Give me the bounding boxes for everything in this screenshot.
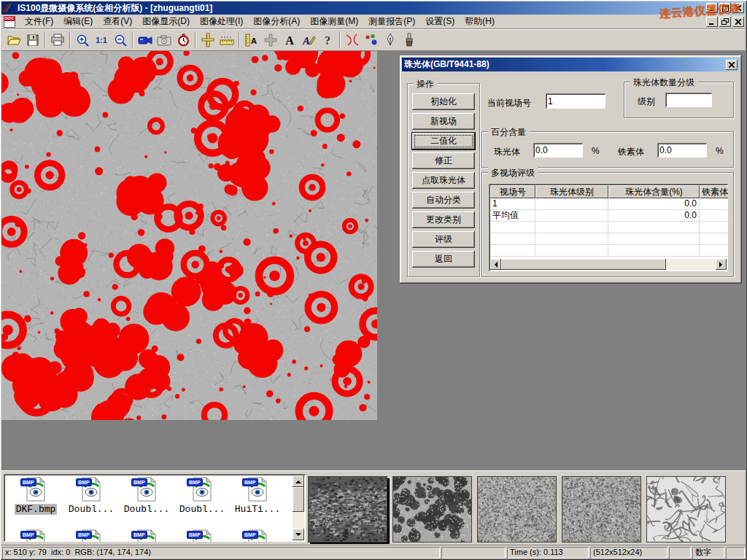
menu-edit[interactable]: 编辑(E)	[58, 14, 98, 29]
child-restore-button[interactable]	[719, 17, 731, 27]
percentage-group-title: 百分含量	[488, 126, 529, 139]
dialog-close-button[interactable]	[726, 60, 738, 70]
menu-view[interactable]: 查看(V)	[98, 14, 137, 29]
return-button[interactable]: 返回	[412, 251, 475, 268]
zoom-in-button[interactable]	[73, 31, 92, 50]
open-button[interactable]	[4, 31, 23, 50]
thumbnail-1[interactable]	[308, 476, 387, 542]
scroll-right-button[interactable]	[716, 259, 727, 270]
svg-text:A: A	[285, 34, 294, 47]
cell-pearlite-level	[535, 210, 608, 222]
metallograph-image[interactable]	[1, 51, 377, 420]
menu-settings[interactable]: 设置(S)	[420, 14, 460, 29]
dialog-title-bar[interactable]: 珠光体(GB/T9441-88)	[402, 58, 740, 71]
scroll-left-button[interactable]	[490, 259, 501, 270]
menu-image-analysis[interactable]: 图像分析(A)	[248, 14, 305, 29]
scroll-up-button[interactable]	[293, 475, 304, 487]
help-icon: ?	[322, 34, 333, 47]
col-pearlite-level[interactable]: 珠光体级别	[535, 185, 608, 198]
col-ferrite-content[interactable]: 铁素体含量(%)	[700, 185, 728, 198]
correct-button[interactable]: 修正	[412, 152, 475, 169]
table-row[interactable]	[490, 233, 728, 245]
file-item[interactable]: BMP HuiTi...	[231, 477, 284, 515]
menu-image-process[interactable]: 图像处理(I)	[195, 14, 248, 29]
photo-capture-button[interactable]	[155, 31, 174, 50]
annotate-button[interactable]: A	[299, 31, 318, 50]
brush-tool-button[interactable]	[400, 31, 419, 50]
current-field-label: 当前视场号	[487, 97, 531, 109]
help-button[interactable]: ?	[318, 31, 337, 50]
cell-field-number: 平均值	[490, 210, 535, 222]
pearlite-percent-input[interactable]	[533, 143, 583, 158]
level-input[interactable]	[665, 93, 712, 107]
table-row[interactable]: 平均值 0.0	[490, 210, 728, 222]
pen-tool-button[interactable]	[381, 31, 400, 50]
open-icon	[7, 33, 21, 47]
classify-tool-button[interactable]	[362, 31, 381, 50]
save-button[interactable]	[23, 31, 42, 50]
thumbnail-2[interactable]	[392, 476, 472, 542]
zoom-out-button[interactable]	[111, 31, 130, 50]
cell-ferrite-content	[700, 198, 728, 210]
file-item[interactable]: BMP	[9, 529, 62, 542]
cell-field-number: 1	[490, 198, 535, 210]
grading-group: 珠光体数量分级 级别	[624, 82, 734, 118]
save-icon	[26, 34, 39, 47]
file-item[interactable]: BMP Doubl...	[176, 477, 228, 515]
file-item[interactable]: BMP Doubl...	[120, 477, 173, 515]
multi-field-group: 多视场评级 视场号 珠光体级别 珠光体含量(%) 铁素体含量(%) 1 0.0	[481, 172, 734, 277]
ruler-button[interactable]	[217, 31, 236, 50]
menu-file[interactable]: 文件(F)	[20, 14, 58, 29]
measure-scale-button[interactable]: A	[242, 31, 261, 50]
auto-classify-button[interactable]: 自动分类	[412, 192, 475, 209]
file-item[interactable]: BMP	[65, 529, 117, 542]
measure-scale-icon: A	[244, 33, 259, 47]
move-button[interactable]	[261, 31, 280, 50]
col-field-number[interactable]: 视场号	[490, 185, 535, 198]
ferrite-percent-input[interactable]	[657, 143, 707, 158]
video-capture-button[interactable]	[136, 31, 155, 50]
file-item[interactable]: BMP	[231, 529, 284, 542]
pearlite-label: 珠光体	[494, 146, 520, 158]
file-name: Doubl...	[123, 504, 171, 515]
table-row[interactable]	[490, 222, 728, 233]
title-bar: IS100显微摄像系统(金相分析版) - [zhuguangti01]	[1, 1, 746, 15]
pick-pearlite-button[interactable]: 点取珠光体	[412, 172, 475, 189]
change-class-button[interactable]: 更改类别	[412, 211, 475, 228]
menu-help[interactable]: 帮助(H)	[460, 14, 500, 29]
file-list-scrollbar[interactable]	[293, 475, 304, 540]
print-button[interactable]	[48, 31, 67, 50]
initialize-button[interactable]: 初始化	[412, 93, 475, 110]
thumbnail-5[interactable]	[646, 476, 726, 542]
curve-tool-button[interactable]	[343, 31, 362, 50]
scrollbar-thumb[interactable]	[501, 259, 666, 270]
document-icon[interactable]: DOC	[4, 16, 15, 28]
caliper-button[interactable]	[198, 31, 217, 50]
table-row[interactable]: 1 0.0	[490, 198, 728, 210]
menu-image-measure[interactable]: 图像测量(M)	[305, 14, 363, 29]
rate-button[interactable]: 评级	[412, 231, 475, 248]
new-field-button[interactable]: 新视场	[412, 113, 475, 130]
binarize-button[interactable]: 二值化	[412, 133, 475, 149]
scrollbar-thumb[interactable]	[293, 487, 304, 512]
actual-size-button[interactable]: 1:1	[92, 31, 111, 50]
file-item[interactable]: BMP DKF.bmp	[9, 477, 62, 515]
table-row[interactable]	[490, 245, 728, 257]
thumbnail-4[interactable]	[562, 476, 641, 542]
current-field-input[interactable]	[546, 93, 605, 109]
thumbnail-3[interactable]	[477, 476, 557, 542]
menu-image-display[interactable]: 图像显示(D)	[137, 14, 195, 29]
cursor-position-field: x: 510 y: 79 idx: 0 RGB: (174, 174, 174)	[2, 547, 440, 559]
text-button[interactable]: A	[280, 31, 299, 50]
timer-button[interactable]	[174, 31, 193, 50]
file-item[interactable]: BMP Doubl...	[65, 477, 117, 515]
child-minimize-button[interactable]	[706, 17, 718, 27]
table-horizontal-scrollbar[interactable]	[490, 259, 727, 270]
cell-ferrite-content	[700, 210, 728, 222]
menu-measure-report[interactable]: 测量报告(P)	[363, 14, 420, 29]
scroll-down-button[interactable]	[293, 529, 304, 540]
child-close-button[interactable]	[732, 17, 744, 27]
col-pearlite-content[interactable]: 珠光体含量(%)	[608, 185, 700, 198]
file-item[interactable]: BMP	[120, 529, 173, 542]
file-item[interactable]: BMP	[176, 529, 228, 542]
